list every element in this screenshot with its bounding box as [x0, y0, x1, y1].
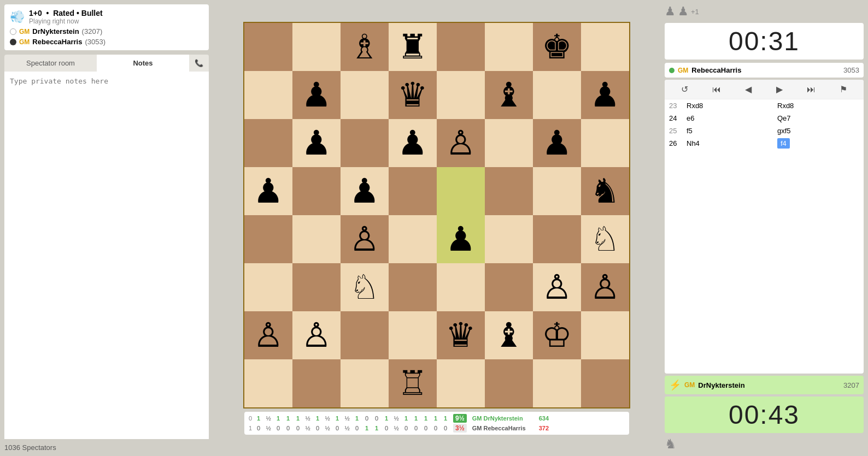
tab-notes[interactable]: Notes	[97, 55, 189, 72]
next-move-button[interactable]: ▶	[773, 83, 786, 96]
lichess-icon: ⚡	[669, 379, 681, 391]
black-player-rating: (3053)	[85, 38, 105, 46]
score-row-white: 0 1 ½ 1 1 1 ½ 1 ½ 1 ½ 1 0 0 1 ½ 1 1 1 1 …	[249, 414, 625, 423]
score-row-black: 1 0 ½ 0 0 0 ½ 0 ½ 0 ½ 0 1 1 0 ½ 0 0 0 0 …	[249, 424, 625, 433]
move-26-black[interactable]: f4	[773, 137, 864, 150]
cell-g6: ♟	[533, 119, 581, 167]
cell-d5	[389, 167, 437, 215]
cell-g7	[533, 71, 581, 119]
black-color-indicator	[10, 39, 16, 45]
black-player-row: GM RebeccaHarris (3053)	[10, 38, 203, 46]
move-table: 23 Rxd8 Rxd8 24 e6 Qe7 25 f5 gxf5 26 Nh4	[665, 99, 864, 150]
cell-h2	[581, 311, 629, 359]
move-number-23: 23	[665, 99, 682, 112]
flip-board-button[interactable]: ↺	[678, 83, 691, 96]
cell-e2: ♛	[437, 311, 485, 359]
white-color-indicator	[10, 28, 16, 35]
cell-b1	[292, 359, 341, 407]
last-move-button[interactable]: ⏭	[804, 84, 819, 96]
black-player-name: RebeccaHarris	[32, 38, 82, 46]
first-move-button[interactable]: ⏮	[709, 84, 724, 96]
cell-f1	[485, 359, 533, 407]
top-player-gm: GM	[678, 67, 688, 74]
cell-a6	[244, 119, 292, 167]
cell-f8	[485, 23, 533, 71]
move-number-26: 26	[665, 137, 682, 150]
prev-move-button[interactable]: ◀	[742, 83, 755, 96]
cell-f5	[485, 167, 533, 215]
cell-h5: ♞	[581, 167, 629, 215]
spectator-plus-count: +1	[691, 8, 699, 16]
cell-d7: ♛	[389, 71, 437, 119]
cell-b6: ♟	[292, 119, 341, 167]
cell-c2	[341, 311, 389, 359]
top-player-name: RebeccaHarris	[691, 66, 741, 74]
move-23-white[interactable]: Rxd8	[682, 99, 773, 112]
cell-f2: ♝	[485, 311, 533, 359]
white-score-count: 634	[539, 415, 549, 422]
bottom-player-name: DrNykterstein	[698, 381, 744, 389]
black-score-count: 372	[539, 425, 549, 431]
spectator-chess-piece-1: ♟	[665, 4, 676, 19]
tabs-bar: Spectator room Notes 📞	[4, 55, 209, 72]
cell-a2: ♙	[244, 311, 292, 359]
score-white-player: GM DrNykterstein	[472, 415, 538, 422]
cell-b7: ♟	[292, 71, 341, 119]
cell-b2: ♙	[292, 311, 341, 359]
move-number-25: 25	[665, 125, 682, 137]
spectators-count: 1036 Spectators	[4, 439, 209, 452]
cell-a3	[244, 263, 292, 311]
cell-e3	[437, 263, 485, 311]
cell-g5	[533, 167, 581, 215]
online-dot-top	[669, 68, 675, 73]
table-row: 24 e6 Qe7	[665, 112, 864, 125]
cell-c1	[341, 359, 389, 407]
score-black-player: GM RebeccaHarris	[472, 425, 538, 431]
cell-d3	[389, 263, 437, 311]
move-23-black[interactable]: Rxd8	[773, 99, 864, 112]
notes-textarea[interactable]	[4, 72, 209, 439]
player-bottom: ⚡ GM DrNykterstein 3207	[665, 376, 864, 394]
white-total-score: 9½	[453, 414, 467, 423]
analysis-button[interactable]: ⚑	[836, 83, 851, 96]
cell-h8	[581, 23, 629, 71]
cell-e6: ♙	[437, 119, 485, 167]
cell-c6	[341, 119, 389, 167]
cell-d2	[389, 311, 437, 359]
cell-e8	[437, 23, 485, 71]
cell-d1: ♖	[389, 359, 437, 407]
top-timer-display: 00:31	[671, 26, 857, 56]
game-status: Playing right now	[29, 17, 103, 25]
phone-button[interactable]: 📞	[189, 55, 209, 72]
cell-d8: ♜	[389, 23, 437, 71]
cell-h4: ♘	[581, 215, 629, 263]
white-player-row: GM DrNykterstein (3207)	[10, 27, 203, 35]
bullet-icon: 💨	[10, 10, 25, 24]
cell-h6	[581, 119, 629, 167]
tab-spectator-room[interactable]: Spectator room	[4, 55, 97, 72]
cell-f6	[485, 119, 533, 167]
cell-c4: ♙	[341, 215, 389, 263]
move-24-white[interactable]: e6	[682, 112, 773, 125]
cell-c5: ♟	[341, 167, 389, 215]
black-total-score: 3½	[453, 424, 467, 433]
cell-c3: ♘	[341, 263, 389, 311]
cell-d4	[389, 215, 437, 263]
move-25-black[interactable]: gxf5	[773, 125, 864, 137]
cell-a4	[244, 215, 292, 263]
spectator-icons: ♟ ♟ +1	[665, 4, 864, 19]
cell-e7	[437, 71, 485, 119]
bottom-timer-display: 00:43	[671, 400, 857, 430]
cell-a7	[244, 71, 292, 119]
cell-g2: ♔	[533, 311, 581, 359]
cell-f7: ♝	[485, 71, 533, 119]
cell-g1	[533, 359, 581, 407]
table-row: 23 Rxd8 Rxd8	[665, 99, 864, 112]
cell-a5: ♟	[244, 167, 292, 215]
move-24-black[interactable]: Qe7	[773, 112, 864, 125]
white-player-rating: (3207)	[82, 27, 103, 35]
bottom-player-info: ⚡ GM DrNykterstein	[669, 379, 745, 391]
move-26-white[interactable]: Nh4	[682, 137, 773, 150]
cell-h1	[581, 359, 629, 407]
move-25-white[interactable]: f5	[682, 125, 773, 137]
